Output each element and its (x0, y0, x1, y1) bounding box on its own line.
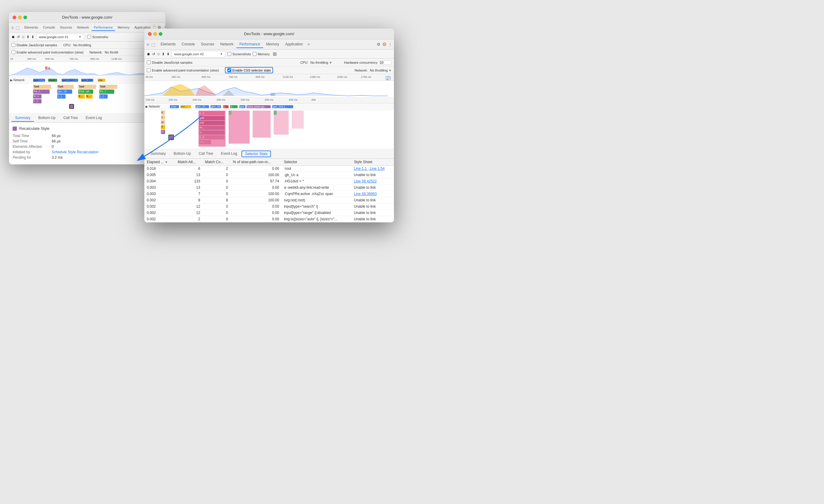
cpu-chart-2 (144, 81, 394, 97)
settings-red-icon-2[interactable]: ⚙ (382, 41, 387, 47)
download-btn-1[interactable]: ⬇ (31, 35, 34, 39)
tab-memory-2[interactable]: Memory (263, 41, 282, 48)
options-row1-2: Disable JavaScript samples CPU: No throt… (144, 58, 394, 67)
css-selector-check[interactable] (227, 68, 231, 72)
tab-performance-2[interactable]: Performance (236, 41, 263, 48)
cell-match-att: 6 (175, 165, 203, 172)
flame2-h: H (161, 130, 165, 134)
bottom-tab-summary-2[interactable]: Summary (147, 150, 169, 157)
hardware-concurrency-input[interactable] (380, 60, 392, 65)
bottom-tab-selector-stats[interactable]: Selector Stats (241, 151, 271, 157)
bottom-tab-eventlog-2[interactable]: Event Log (217, 150, 241, 157)
bottom-tab-calltree-2[interactable]: Call Tree (195, 150, 217, 157)
download-btn-2[interactable]: ⬇ (167, 52, 170, 56)
cell-elapsed: 0.002 (144, 210, 175, 216)
cell-elapsed: 0.003 (144, 184, 175, 191)
screenshots-check-2[interactable] (227, 52, 231, 56)
selected-frame-1[interactable] (69, 104, 74, 109)
cursor-icon[interactable]: ⊹ (11, 25, 14, 30)
enable-adv-paint-1[interactable]: Enable advanced paint instrumentation (s… (11, 50, 84, 54)
table-row: 0.002 2 0 0.00 img:is([sizes="auto" i], … (144, 216, 394, 222)
tab-network-1[interactable]: Network (75, 24, 91, 31)
bottom-tab-eventlog-1[interactable]: Event Log (82, 115, 106, 122)
tab-sources-2[interactable]: Sources (198, 41, 217, 48)
stylesheet-link[interactable]: Line 1:1 , Line 1:54 (354, 166, 385, 171)
tab-console-2[interactable]: Console (179, 41, 198, 48)
inspect-icon-2[interactable]: ⬚ (151, 42, 155, 47)
gear-icon-2[interactable]: ⚙ (377, 42, 381, 46)
more-icon-2[interactable]: ⋮ (388, 42, 392, 46)
reload-btn-2[interactable]: ↺ (152, 52, 155, 56)
selected-frame-2[interactable] (169, 135, 174, 140)
tab-sources-1[interactable]: Sources (58, 24, 74, 31)
col-elapsed[interactable]: Elapsed ... ▼ (144, 159, 175, 165)
cell-elapsed: 0.002 (144, 197, 175, 204)
tab-application-2[interactable]: Application (282, 41, 306, 48)
summary-row-selftime: Self Time 66 μs (13, 139, 162, 143)
cell-pct-slow: 0.00 (230, 165, 282, 172)
enable-adv-paint-2[interactable]: Enable advanced paint instrumentation (s… (147, 68, 219, 72)
tab-more-2[interactable]: » (306, 41, 312, 48)
url-bar-1: www.google.com #1 ▼ (36, 34, 84, 40)
col-pct-slow[interactable]: % of slow-path non-m... (230, 159, 282, 165)
disable-js-samples-2[interactable]: Disable JavaScript samples (147, 60, 193, 64)
cell-match-att: 7 (175, 191, 203, 197)
selector-stats-table: Elapsed ... ▼ Match Att... Match Co... %… (144, 159, 394, 222)
col-match-co[interactable]: Match Co... (203, 159, 231, 165)
memory-check-2[interactable] (252, 52, 256, 56)
tab-network-2[interactable]: Network (217, 41, 236, 48)
record-btn-2[interactable]: ⏺ (147, 52, 150, 56)
timeline-ruler-1: 19 398 ms 598 ms 798 ms 998 ms 1198 ms (9, 56, 166, 62)
tab-elements-1[interactable]: Elements (22, 24, 40, 31)
maximize-button-2[interactable] (159, 32, 163, 36)
bottom-tab-calltree-1[interactable]: Call Tree (60, 115, 82, 122)
selector-stats-panel: Elapsed ... ▼ Match Att... Match Co... %… (144, 159, 394, 222)
flame-f: F... (78, 94, 85, 99)
bottom-tab-summary-1[interactable]: Summary (11, 115, 34, 122)
cell-selector: :root (282, 165, 351, 172)
col-selector[interactable]: Selector (282, 159, 351, 165)
tab-console-1[interactable]: Console (40, 24, 58, 31)
cursor-icon-2[interactable]: ⊹ (146, 42, 150, 47)
maximize-button-1[interactable] (23, 16, 27, 19)
expand-icon-2[interactable]: ⊞ (273, 51, 277, 57)
minimize-button-1[interactable] (18, 16, 22, 19)
cell-match-co: 2 (203, 165, 231, 172)
reload-btn-1[interactable]: ↺ (17, 35, 20, 39)
col-stylesheet[interactable]: Style Sheet (351, 159, 394, 165)
cell-selector: .HG1dvd > * (282, 178, 351, 184)
tab-memory-1[interactable]: Memory (115, 24, 132, 31)
url-dropdown-1[interactable]: ▼ (79, 35, 82, 38)
upload-btn-2[interactable]: ⬆ (162, 52, 165, 56)
cell-match-co: 8 (203, 197, 231, 204)
bottom-tab-bottomup-2[interactable]: Bottom-Up (170, 150, 194, 157)
tab-elements-2[interactable]: Elements (158, 41, 179, 48)
cell-selector: .CqmPRe:active .oXqZxc span (282, 191, 351, 197)
flame-paren3: (...) (99, 94, 108, 99)
enable-css-selector-highlight[interactable]: Enable CSS selector stats (225, 67, 273, 73)
stylesheet-link[interactable]: Line 58:39963 (354, 192, 377, 196)
window-title-1: DevTools - www.google.com/ (62, 15, 112, 19)
record-btn-1[interactable]: ⏺ (11, 35, 15, 39)
close-button-1[interactable] (13, 16, 16, 19)
tab-performance-1[interactable]: Performance (91, 24, 115, 31)
minimize-button-2[interactable] (153, 32, 157, 36)
col-match-att[interactable]: Match Att... (175, 159, 203, 165)
clear-btn-1[interactable]: ⊘ (22, 35, 25, 39)
upload-btn-1[interactable]: ⬆ (26, 35, 29, 39)
options-row1-1: Disable JavaScript samples CPU: No throt… (9, 41, 166, 49)
screenshots-check-1[interactable] (87, 35, 91, 39)
flame-chart-2: K J ja F H (...) gJa sJa m... v... (...)… (144, 110, 394, 149)
cell-stylesheet: Line 1:1 , Line 1:54 (351, 165, 394, 172)
bottom-tab-bottomup-1[interactable]: Bottom-Up (34, 115, 59, 122)
initiated-link-1[interactable]: Schedule Style Recalculation (52, 150, 98, 154)
clear-btn-2[interactable]: ⊘ (157, 52, 160, 56)
url-dropdown-2[interactable]: ▼ (220, 52, 223, 55)
disable-js-samples-1[interactable]: Disable JavaScript samples (11, 43, 57, 47)
flame-task-2: Task (57, 85, 74, 89)
timeline-ruler-bottom-2: 146 ms 196 ms 246 ms 296 ms 346 ms 396 m… (144, 97, 394, 103)
close-button-2[interactable] (148, 32, 151, 36)
perf-toolbar-1: ⏺ ↺ ⊘ ⬆ ⬇ www.google.com #1 ▼ Screensho (9, 32, 166, 41)
stylesheet-link[interactable]: Line 58:42522 (354, 179, 377, 183)
inspect-icon[interactable]: ⬚ (16, 25, 19, 30)
